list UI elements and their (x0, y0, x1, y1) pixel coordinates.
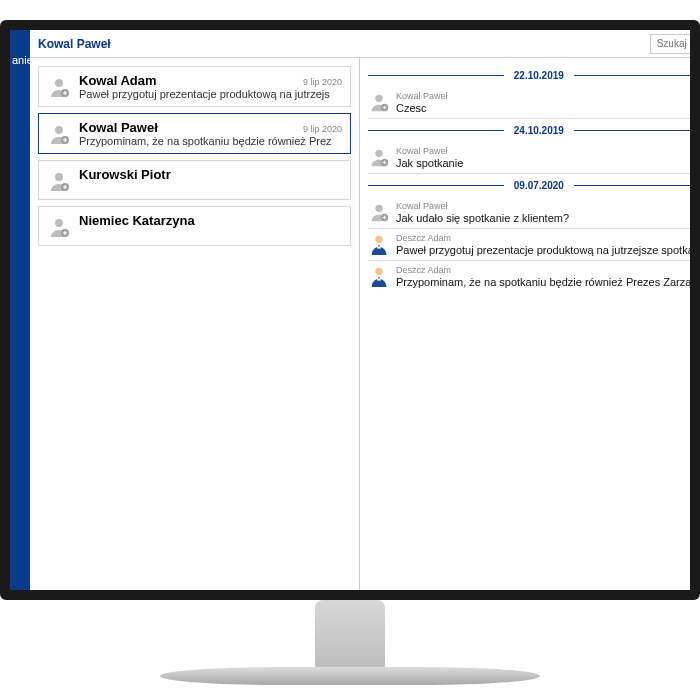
contact-preview: Przypominam, że na spotkaniu będzie równ… (79, 135, 342, 147)
contact-name: Niemiec Katarzyna (79, 213, 195, 228)
svg-point-4 (55, 173, 63, 181)
monitor-base (160, 667, 540, 685)
avatar-icon (368, 233, 390, 255)
person-icon (368, 91, 390, 113)
contact-preview: Paweł przygotuj prezentacje produktową n… (79, 88, 342, 100)
contact-item[interactable]: Kowal Adam9 lip 2020Paweł przygotuj prez… (38, 66, 351, 107)
contact-name: Kowal Paweł (79, 120, 158, 135)
person-icon (368, 201, 390, 223)
svg-point-0 (55, 79, 63, 87)
monitor-screen: anie Kowal Paweł Kowal Adam9 lip 2020Paw… (0, 20, 700, 600)
contact-list: Kowal Adam9 lip 2020Paweł przygotuj prez… (30, 58, 360, 590)
content: Kowal Adam9 lip 2020Paweł przygotuj prez… (30, 58, 700, 590)
date-label: 09.07.2020 (504, 180, 574, 191)
sidebar: anie (10, 30, 30, 590)
message-row: Kowal PawełCzesc (368, 87, 700, 119)
message-row: Kowal PawełJak udało się spotkanie z kli… (368, 197, 700, 229)
avatar-icon (368, 265, 390, 287)
svg-point-8 (375, 95, 382, 102)
message-author: Kowal Paweł (396, 91, 700, 101)
person-icon (47, 169, 71, 193)
message-text: Jak spotkanie (396, 157, 700, 169)
date-divider: 24.10.2019 (368, 125, 700, 136)
app-root: anie Kowal Paweł Kowal Adam9 lip 2020Paw… (10, 30, 690, 590)
search-input[interactable] (650, 34, 700, 54)
sidebar-item[interactable]: anie (10, 54, 30, 66)
message-row: Deszcz AdamPaweł przygotuj prezentacje p… (368, 229, 700, 261)
message-row: Deszcz AdamPrzypominam, że na spotkaniu … (368, 261, 700, 292)
svg-point-12 (375, 205, 382, 212)
svg-point-14 (375, 236, 382, 243)
person-icon (47, 215, 71, 239)
page-title: Kowal Paweł (38, 37, 111, 51)
person-icon (47, 75, 71, 99)
contact-name: Kurowski Piotr (79, 167, 171, 182)
contact-name: Kowal Adam (79, 73, 157, 88)
message-author: Deszcz Adam (396, 233, 700, 243)
contact-item[interactable]: Niemiec Katarzyna (38, 206, 351, 246)
svg-point-6 (55, 219, 63, 227)
contact-item[interactable]: Kowal Paweł9 lip 2020Przypominam, że na … (38, 113, 351, 154)
person-icon (368, 146, 390, 168)
message-author: Deszcz Adam (396, 265, 700, 275)
message-author: Kowal Paweł (396, 146, 700, 156)
date-label: 22.10.2019 (504, 70, 574, 81)
message-text: Czesc (396, 102, 700, 114)
person-icon (47, 122, 71, 146)
main-area: Kowal Paweł Kowal Adam9 lip 2020Paweł pr… (30, 30, 700, 590)
date-divider: 22.10.2019 (368, 70, 700, 81)
svg-point-2 (55, 126, 63, 134)
message-text: Przypominam, że na spotkaniu będzie równ… (396, 276, 700, 288)
monitor-stand (315, 600, 385, 670)
conversation-pane: 22.10.2019Kowal PawełCzesc24.10.2019Kowa… (360, 58, 700, 590)
svg-point-16 (375, 268, 382, 275)
header: Kowal Paweł (30, 30, 700, 58)
message-row: Kowal PawełJak spotkanie (368, 142, 700, 174)
date-divider: 09.07.2020 (368, 180, 700, 191)
date-label: 24.10.2019 (504, 125, 574, 136)
contact-item[interactable]: Kurowski Piotr (38, 160, 351, 200)
message-text: Paweł przygotuj prezentacje produktową n… (396, 244, 700, 256)
message-author: Kowal Paweł (396, 201, 700, 211)
contact-date: 9 lip 2020 (303, 77, 342, 87)
svg-point-10 (375, 150, 382, 157)
message-text: Jak udało się spotkanie z klientem? (396, 212, 700, 224)
contact-date: 9 lip 2020 (303, 124, 342, 134)
